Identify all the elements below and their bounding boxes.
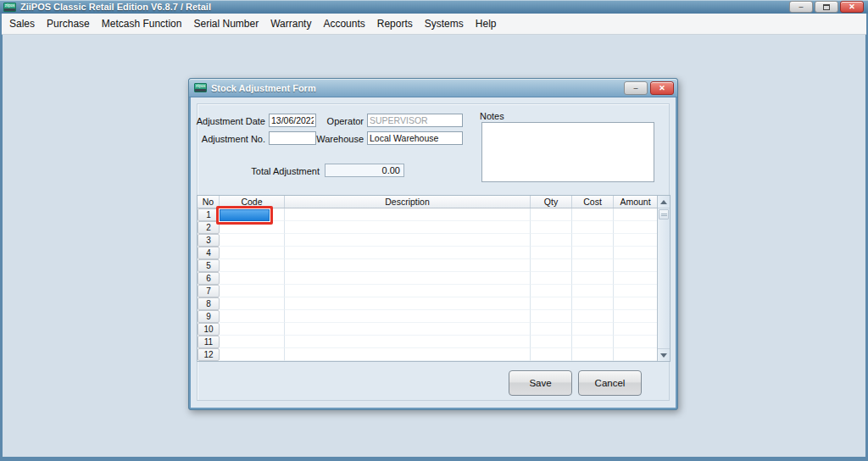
warehouse-input[interactable] xyxy=(367,131,463,145)
cell-code[interactable] xyxy=(220,297,285,310)
cell-cost[interactable] xyxy=(572,208,614,221)
cell-description[interactable] xyxy=(285,323,531,336)
column-header-qty[interactable]: Qty xyxy=(531,196,572,208)
table-row[interactable]: 6 xyxy=(198,272,657,285)
cell-code[interactable] xyxy=(220,348,285,361)
menu-item-help[interactable]: Help xyxy=(470,14,503,34)
table-row[interactable]: 8 xyxy=(198,297,657,310)
grid-scrollbar[interactable] xyxy=(657,196,670,361)
column-header-cost[interactable]: Cost xyxy=(572,196,614,208)
cell-amount[interactable] xyxy=(614,247,657,259)
cell-qty[interactable] xyxy=(531,348,572,361)
menu-item-metcash-function[interactable]: Metcash Function xyxy=(96,14,188,34)
cell-cost[interactable] xyxy=(572,323,614,336)
cell-amount[interactable] xyxy=(614,336,657,348)
notes-textarea[interactable] xyxy=(481,122,654,182)
cell-code[interactable] xyxy=(220,259,285,272)
selected-code-cell[interactable] xyxy=(220,209,270,221)
cell-amount[interactable] xyxy=(614,221,657,234)
cell-amount[interactable] xyxy=(614,348,657,361)
row-number[interactable]: 9 xyxy=(198,310,220,323)
cell-code[interactable] xyxy=(220,285,285,297)
cell-qty[interactable] xyxy=(531,310,572,323)
scroll-down-button[interactable] xyxy=(658,348,670,361)
cell-cost[interactable] xyxy=(572,348,614,361)
dialog-titlebar[interactable]: ziipos Stock Adjustment Form – ✕ xyxy=(189,79,677,97)
cell-amount[interactable] xyxy=(614,297,657,310)
cell-qty[interactable] xyxy=(531,234,572,247)
row-number[interactable]: 6 xyxy=(198,272,220,285)
menu-item-reports[interactable]: Reports xyxy=(371,14,419,34)
cell-qty[interactable] xyxy=(531,221,572,234)
table-row[interactable]: 10 xyxy=(198,323,657,336)
row-number[interactable]: 8 xyxy=(198,297,220,310)
cell-code[interactable] xyxy=(220,323,285,336)
cell-description[interactable] xyxy=(285,336,531,348)
cell-description[interactable] xyxy=(285,208,531,221)
cell-qty[interactable] xyxy=(531,208,572,221)
maximize-button[interactable] xyxy=(815,1,838,13)
cell-amount[interactable] xyxy=(614,310,657,323)
table-row[interactable]: 4 xyxy=(198,247,657,259)
save-button[interactable]: Save xyxy=(509,370,572,396)
table-row[interactable]: 12 xyxy=(198,348,657,361)
cell-cost[interactable] xyxy=(572,259,614,272)
cell-description[interactable] xyxy=(285,247,531,259)
row-number[interactable]: 3 xyxy=(198,234,220,247)
operator-input[interactable] xyxy=(367,114,463,127)
cell-qty[interactable] xyxy=(531,336,572,348)
cell-amount[interactable] xyxy=(614,285,657,297)
cell-code[interactable] xyxy=(220,247,285,259)
dialog-close-button[interactable]: ✕ xyxy=(650,81,674,95)
cell-cost[interactable] xyxy=(572,310,614,323)
cell-amount[interactable] xyxy=(614,234,657,247)
cell-qty[interactable] xyxy=(531,259,572,272)
menu-item-systems[interactable]: Systems xyxy=(419,14,470,34)
table-row[interactable]: 11 xyxy=(198,336,657,348)
row-number[interactable]: 4 xyxy=(198,247,220,259)
cell-qty[interactable] xyxy=(531,285,572,297)
row-number[interactable]: 10 xyxy=(198,323,220,336)
table-row[interactable]: 3 xyxy=(198,234,657,247)
dialog-minimize-button[interactable]: – xyxy=(624,81,648,95)
cell-description[interactable] xyxy=(285,348,531,361)
cell-qty[interactable] xyxy=(531,247,572,259)
cell-description[interactable] xyxy=(285,272,531,285)
table-row[interactable]: 7 xyxy=(198,285,657,297)
cell-qty[interactable] xyxy=(531,272,572,285)
row-number[interactable]: 5 xyxy=(198,259,220,272)
cell-description[interactable] xyxy=(285,297,531,310)
cell-description[interactable] xyxy=(285,310,531,323)
menu-item-purchase[interactable]: Purchase xyxy=(41,14,96,34)
column-header-description[interactable]: Description xyxy=(285,196,531,208)
cell-code[interactable] xyxy=(220,272,285,285)
cell-amount[interactable] xyxy=(614,272,657,285)
cell-cost[interactable] xyxy=(572,285,614,297)
table-row[interactable]: 9 xyxy=(198,310,657,323)
cell-cost[interactable] xyxy=(572,234,614,247)
cell-description[interactable] xyxy=(285,221,531,234)
column-header-amount[interactable]: Amount xyxy=(614,196,657,208)
row-number[interactable]: 12 xyxy=(198,348,220,361)
cell-code[interactable] xyxy=(220,310,285,323)
menu-item-serial-number[interactable]: Serial Number xyxy=(187,14,264,34)
cell-amount[interactable] xyxy=(614,208,657,221)
window-titlebar[interactable]: ziipos ZiiPOS Classic Retail Edition V6.… xyxy=(0,0,868,14)
menu-item-sales[interactable]: Sales xyxy=(3,14,41,34)
cancel-button[interactable]: Cancel xyxy=(578,370,642,396)
cell-cost[interactable] xyxy=(572,272,614,285)
cell-description[interactable] xyxy=(285,259,531,272)
cell-cost[interactable] xyxy=(572,221,614,234)
menu-item-warranty[interactable]: Warranty xyxy=(264,14,317,34)
menu-item-accounts[interactable]: Accounts xyxy=(317,14,370,34)
cell-description[interactable] xyxy=(285,234,531,247)
cell-qty[interactable] xyxy=(531,297,572,310)
row-number[interactable]: 11 xyxy=(198,336,220,348)
cell-qty[interactable] xyxy=(531,323,572,336)
cell-cost[interactable] xyxy=(572,247,614,259)
cell-amount[interactable] xyxy=(614,323,657,336)
scroll-up-button[interactable] xyxy=(658,196,670,208)
close-button[interactable]: ✕ xyxy=(840,1,864,13)
scrollbar-thumb[interactable] xyxy=(659,209,669,219)
table-row[interactable]: 5 xyxy=(198,259,657,272)
